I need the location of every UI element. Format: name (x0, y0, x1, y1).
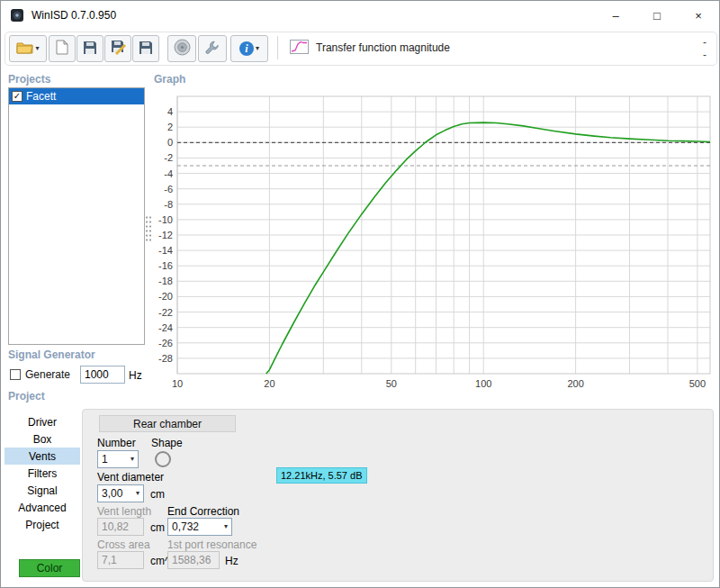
window-title: WinISD 0.7.0.950 (32, 9, 116, 22)
folder-open-icon (16, 41, 33, 57)
end-correction-value: 0,732 (172, 520, 199, 533)
color-button[interactable]: Color (19, 559, 80, 577)
graph-area[interactable]: 420-2-4-6-8-10-12-14-16-18-20-22-24-26-2… (150, 87, 716, 397)
cross-area-label: Cross area (97, 538, 150, 551)
svg-text:100: 100 (475, 378, 491, 389)
driver-database-button[interactable] (167, 35, 196, 62)
close-button[interactable]: × (678, 1, 719, 30)
toolbar-separator (277, 36, 278, 59)
nav-item-box[interactable]: Box (4, 430, 80, 448)
vent-length-field (97, 518, 144, 536)
maximize-button[interactable]: □ (636, 1, 678, 30)
chevron-down-icon: ▾ (132, 490, 143, 497)
shape-circle-icon[interactable] (155, 451, 171, 467)
nav-item-signal[interactable]: Signal (4, 482, 80, 499)
info-button[interactable]: i ▾ (230, 35, 268, 62)
number-dropdown[interactable]: 1 ▾ (97, 450, 139, 468)
graph-type-selector[interactable]: Transfer function magnitude (286, 35, 693, 60)
title-bar: WinISD 0.7.0.950 – □ × (1, 1, 719, 30)
number-label: Number (97, 437, 136, 449)
vent-diameter-label: Vent diameter (97, 471, 164, 484)
save-button[interactable] (76, 35, 104, 62)
chevron-down-icon: ▾ (35, 45, 39, 52)
graph-header: Graph (154, 73, 185, 86)
frequency-input[interactable] (80, 366, 125, 384)
save-all-button[interactable] (132, 35, 159, 62)
tools-button[interactable] (198, 35, 227, 62)
signal-generator-header: Signal Generator (8, 348, 95, 361)
selector-scroll-up[interactable]: - (698, 37, 711, 48)
svg-text:-6: -6 (164, 184, 173, 194)
chevron-down-icon: ▾ (220, 523, 231, 530)
floppy-icon (139, 41, 153, 58)
nav-item-advanced[interactable]: Advanced (4, 499, 80, 516)
svg-text:-26: -26 (158, 338, 173, 348)
chevron-down-icon: ▾ (127, 456, 138, 463)
nav-item-project[interactable]: Project (4, 516, 80, 533)
svg-text:4: 4 (167, 106, 173, 117)
svg-text:-24: -24 (158, 322, 173, 333)
signal-generator-row: Generate (10, 368, 70, 381)
svg-text:-12: -12 (158, 230, 173, 240)
vents-panel: Rear chamber Number 1 ▾ Shape Vent diame… (82, 409, 714, 582)
cursor-readout-tooltip: 12.21kHz, 5.57 dB (276, 467, 367, 484)
open-project-button[interactable]: ▾ (9, 35, 47, 62)
svg-text:-4: -4 (164, 168, 173, 179)
project-name: Facett (26, 90, 56, 103)
new-project-button[interactable] (49, 35, 76, 62)
svg-text:200: 200 (567, 378, 583, 389)
selector-scroll-down[interactable]: - (698, 50, 711, 60)
frequency-unit-label: Hz (129, 369, 142, 382)
vent-diameter-unit: cm (150, 488, 165, 501)
svg-text:10: 10 (172, 378, 183, 389)
projects-list[interactable]: ✓ Facett (8, 87, 145, 345)
vent-diameter-dropdown[interactable]: 3,00 ▾ (97, 484, 144, 502)
nav-item-vents[interactable]: Vents (4, 448, 80, 465)
svg-text:-2: -2 (164, 152, 173, 163)
svg-text:-10: -10 (158, 214, 173, 225)
rear-chamber-button[interactable]: Rear chamber (99, 415, 236, 432)
chart-icon (290, 40, 309, 57)
projects-header: Projects (8, 73, 50, 86)
project-header: Project (8, 390, 45, 403)
toolbar: ▾ (4, 32, 717, 66)
cross-area-field (97, 551, 144, 569)
save-as-button[interactable] (104, 35, 131, 62)
app-window: WinISD 0.7.0.950 – □ × ▾ (0, 0, 720, 588)
svg-text:50: 50 (386, 378, 397, 389)
svg-text:-18: -18 (158, 276, 173, 286)
shape-label: Shape (151, 437, 183, 449)
graph-type-label: Transfer function magnitude (316, 41, 450, 54)
nav-item-filters[interactable]: Filters (4, 465, 80, 482)
generate-checkbox[interactable] (10, 369, 21, 380)
wrench-icon (204, 40, 220, 59)
window-controls: – □ × (595, 1, 719, 30)
svg-text:-20: -20 (158, 291, 173, 302)
nav-item-driver[interactable]: Driver (4, 413, 80, 430)
generate-label: Generate (25, 368, 70, 381)
end-correction-label: End Correction (167, 505, 239, 518)
svg-text:-22: -22 (158, 307, 173, 318)
end-correction-dropdown[interactable]: 0,732 ▾ (167, 518, 232, 536)
svg-text:20: 20 (264, 378, 274, 389)
info-icon: i (239, 41, 254, 56)
new-document-icon (56, 40, 68, 58)
app-icon (10, 8, 24, 23)
chevron-down-icon: ▾ (256, 45, 259, 52)
vent-length-unit: cm (150, 521, 165, 534)
speaker-icon (174, 39, 191, 59)
floppy-pencil-icon (111, 40, 126, 58)
svg-text:-8: -8 (164, 199, 173, 210)
project-checkbox[interactable]: ✓ (12, 91, 22, 102)
svg-text:-16: -16 (158, 260, 173, 271)
svg-text:2: 2 (167, 122, 173, 132)
svg-text:-28: -28 (158, 353, 173, 364)
svg-text:500: 500 (689, 378, 706, 389)
port-resonance-unit: Hz (225, 555, 238, 567)
transfer-function-plot[interactable]: 420-2-4-6-8-10-12-14-16-18-20-22-24-26-2… (150, 87, 716, 397)
number-value: 1 (102, 453, 108, 466)
project-list-item[interactable]: ✓ Facett (9, 88, 144, 104)
vent-diameter-value: 3,00 (102, 487, 122, 500)
port-resonance-field (167, 551, 220, 569)
minimize-button[interactable]: – (595, 1, 636, 30)
